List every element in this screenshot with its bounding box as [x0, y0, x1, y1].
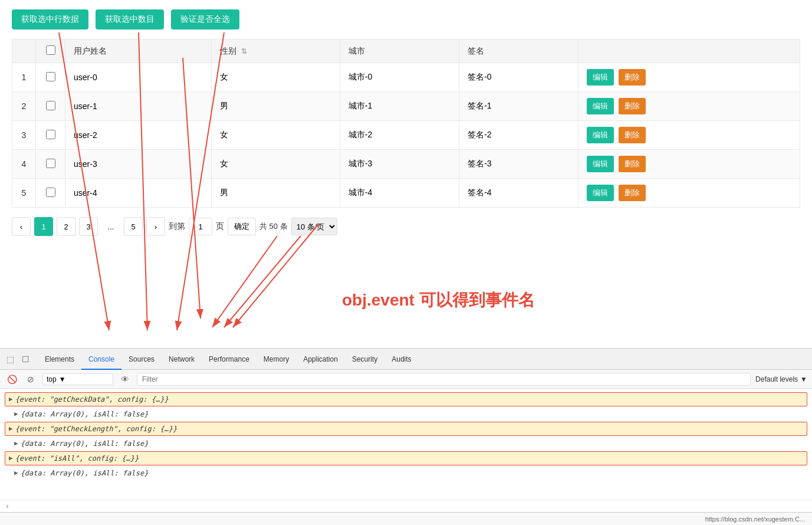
console-input-line: ›	[0, 500, 812, 512]
toolbar: 获取选中行数据 获取选中数目 验证是否全选	[12, 9, 800, 29]
delete-button-0[interactable]: 删除	[619, 69, 646, 86]
row-checkbox-input-0[interactable]	[46, 72, 55, 81]
row-checkbox-4[interactable]	[36, 179, 65, 208]
edit-button-3[interactable]: 编辑	[587, 156, 614, 172]
device-mode-icon[interactable]: ☐	[20, 354, 31, 365]
row-actions-0: 编辑 删除	[578, 63, 800, 92]
inspect-element-icon[interactable]: ⬚	[5, 354, 15, 365]
row-num-4: 5	[12, 179, 36, 208]
console-line-4[interactable]: ▶{event: "isAll", config: {…}}	[5, 451, 807, 465]
data-table: 用户姓名 性别 ⇅ 城市 签名 1 user-0 女 城市-0 签名-0 编辑	[12, 39, 800, 208]
row-sig-1: 签名-1	[459, 92, 578, 121]
row-checkbox-input-1[interactable]	[46, 101, 55, 110]
row-checkbox-2[interactable]	[36, 121, 65, 150]
app-section: 获取选中行数据 获取选中数目 验证是否全选 用户姓名 性别 ⇅ 城市 签名	[0, 0, 812, 348]
tab-network[interactable]: Network	[162, 349, 202, 370]
row-city-0: 城市-0	[340, 63, 459, 92]
row-num-3: 4	[12, 150, 36, 179]
row-username-2: user-2	[65, 121, 212, 150]
status-bar: https://blog.csdn.net/xugestem.C...	[0, 512, 812, 525]
expand-arrow-4[interactable]: ▶	[9, 453, 13, 464]
tab-audits[interactable]: Audits	[384, 349, 418, 370]
tab-performance[interactable]: Performance	[202, 349, 257, 370]
per-page-select[interactable]: 10 条/页 20 条/页 50 条/页	[291, 218, 337, 235]
console-line-3[interactable]: ▶{data: Array(0), isAll: false}	[0, 437, 812, 450]
row-checkbox-input-3[interactable]	[46, 159, 55, 168]
console-line-1[interactable]: ▶{data: Array(0), isAll: false}	[0, 408, 812, 421]
row-gender-4: 男	[211, 179, 340, 208]
svg-line-7	[233, 224, 318, 327]
row-num-0: 1	[12, 63, 36, 92]
tab-memory[interactable]: Memory	[257, 349, 296, 370]
context-dropdown-icon: ▼	[59, 375, 66, 383]
col-header-city: 城市	[340, 40, 459, 63]
console-input[interactable]	[12, 502, 807, 510]
eye-icon-button[interactable]: 👁	[118, 372, 132, 386]
tab-elements[interactable]: Elements	[38, 349, 81, 370]
console-prompt: ›	[5, 501, 9, 511]
edit-button-1[interactable]: 编辑	[587, 98, 614, 114]
context-selector[interactable]: top ▼	[42, 373, 113, 385]
console-text-4: {event: "isAll", config: {…}}	[15, 453, 139, 464]
page-3-button[interactable]: 3	[79, 217, 98, 236]
goto-input[interactable]	[189, 218, 212, 235]
devtools-icons: ⬚ ☐	[5, 354, 31, 365]
delete-button-3[interactable]: 删除	[619, 156, 646, 172]
row-gender-1: 男	[211, 92, 340, 121]
filter-input[interactable]	[137, 373, 751, 386]
expand-arrow-1[interactable]: ▶	[14, 409, 18, 419]
tab-security[interactable]: Security	[345, 349, 384, 370]
default-levels[interactable]: Default levels ▼	[755, 375, 807, 383]
expand-arrow-0[interactable]: ▶	[9, 394, 13, 405]
row-sig-4: 签名-4	[459, 179, 578, 208]
expand-arrow-5[interactable]: ▶	[14, 468, 18, 478]
console-line-5[interactable]: ▶{data: Array(0), isAll: false}	[0, 467, 812, 480]
expand-arrow-2[interactable]: ▶	[9, 424, 13, 434]
devtools-tabs: ⬚ ☐ Elements Console Sources Network Per…	[0, 349, 812, 370]
row-checkbox-input-2[interactable]	[46, 130, 55, 139]
tab-sources[interactable]: Sources	[121, 349, 162, 370]
row-sig-0: 签名-0	[459, 63, 578, 92]
clear-console-button[interactable]: 🚫	[5, 372, 19, 386]
devtools-section: ⬚ ☐ Elements Console Sources Network Per…	[0, 348, 812, 525]
tab-console[interactable]: Console	[81, 349, 121, 370]
row-checkbox-input-4[interactable]	[46, 188, 55, 197]
block-icon-button[interactable]: ⊘	[24, 372, 38, 386]
row-actions-2: 编辑 删除	[578, 121, 800, 150]
col-header-gender[interactable]: 性别 ⇅	[211, 40, 340, 63]
row-city-4: 城市-4	[340, 179, 459, 208]
console-output: ▶{event: "getCheckData", config: {…}}▶{d…	[0, 389, 812, 500]
page-5-button[interactable]: 5	[124, 217, 143, 236]
next-page-button[interactable]: ›	[146, 217, 165, 236]
edit-button-0[interactable]: 编辑	[587, 69, 614, 86]
default-levels-label: Default levels	[755, 375, 798, 383]
col-header-action	[578, 40, 800, 63]
delete-button-4[interactable]: 删除	[619, 185, 646, 201]
row-checkbox-0[interactable]	[36, 63, 65, 92]
row-actions-3: 编辑 删除	[578, 150, 800, 179]
goto-confirm-button[interactable]: 确定	[228, 218, 256, 235]
get-selected-rows-button[interactable]: 获取选中行数据	[12, 9, 88, 29]
edit-button-4[interactable]: 编辑	[587, 185, 614, 201]
sort-icon: ⇅	[241, 47, 247, 55]
tab-application[interactable]: Application	[296, 349, 345, 370]
get-selected-count-button[interactable]: 获取选中数目	[96, 9, 164, 29]
page-2-button[interactable]: 2	[57, 217, 75, 236]
status-url: https://blog.csdn.net/xugestem.C...	[705, 516, 805, 523]
verify-all-selected-button[interactable]: 验证是否全选	[171, 9, 239, 29]
expand-arrow-3[interactable]: ▶	[14, 438, 18, 449]
prev-page-button[interactable]: ‹	[12, 217, 31, 236]
select-all-checkbox[interactable]	[46, 45, 55, 55]
console-line-0[interactable]: ▶{event: "getCheckData", config: {…}}	[5, 392, 807, 406]
page-1-button[interactable]: 1	[34, 217, 53, 236]
row-checkbox-3[interactable]	[36, 150, 65, 179]
delete-button-1[interactable]: 删除	[619, 98, 646, 114]
console-text-2: {event: "getCheckLength", config: {…}}	[15, 424, 177, 434]
row-city-3: 城市-3	[340, 150, 459, 179]
edit-button-2[interactable]: 编辑	[587, 127, 614, 143]
console-line-2[interactable]: ▶{event: "getCheckLength", config: {…}}	[5, 422, 807, 436]
row-checkbox-1[interactable]	[36, 92, 65, 121]
row-num-1: 2	[12, 92, 36, 121]
delete-button-2[interactable]: 删除	[619, 127, 646, 143]
row-city-1: 城市-1	[340, 92, 459, 121]
